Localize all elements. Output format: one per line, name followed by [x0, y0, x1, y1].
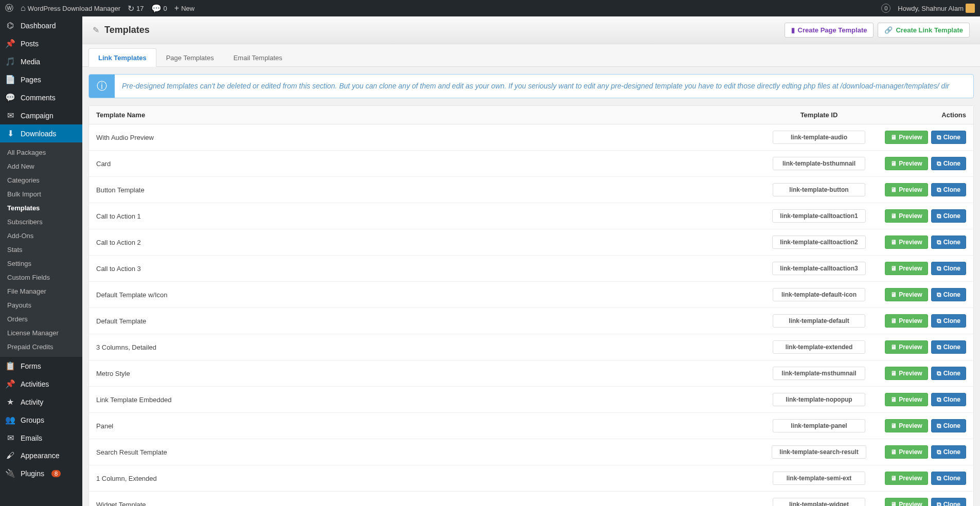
sidebar-sub-categories[interactable]: Categories	[0, 173, 82, 187]
template-id[interactable]: link-template-extended	[773, 340, 865, 354]
clone-button[interactable]: ⧉Clone	[931, 157, 966, 170]
sidebar-sub-add-ons[interactable]: Add-Ons	[0, 229, 82, 243]
sidebar-sub-stats[interactable]: Stats	[0, 243, 82, 257]
preview-button[interactable]: 🖥Preview	[885, 314, 928, 328]
clone-button[interactable]: ⧉Clone	[931, 419, 966, 432]
tab-link-templates[interactable]: Link Templates	[88, 48, 156, 67]
template-id[interactable]: link-template-semi-ext	[773, 472, 865, 485]
table-row: Call to Action 1link-template-calltoacti…	[89, 203, 973, 229]
sidebar-sub-payouts[interactable]: Payouts	[0, 298, 82, 312]
preview-button[interactable]: 🖥Preview	[885, 340, 928, 354]
template-id[interactable]: link-template-calltoaction2	[772, 236, 865, 249]
template-id[interactable]: link-template-widget	[773, 498, 865, 506]
preview-label: Preview	[899, 344, 922, 351]
template-id[interactable]: link-template-msthumnail	[773, 367, 865, 380]
preview-button[interactable]: 🖥Preview	[885, 445, 928, 459]
template-id[interactable]: link-template-panel	[773, 419, 865, 432]
template-id[interactable]: link-template-bsthumnail	[773, 157, 865, 170]
sidebar-item-plugins[interactable]: 🔌Plugins8	[0, 464, 82, 482]
sidebar-sub-bulk-import[interactable]: Bulk Import	[0, 187, 82, 201]
copy-icon: ⧉	[937, 291, 941, 298]
tab-email-templates[interactable]: Email Templates	[224, 48, 292, 67]
preview-button[interactable]: 🖥Preview	[885, 131, 928, 144]
preview-button[interactable]: 🖥Preview	[885, 393, 928, 406]
sidebar-icon: 📌	[5, 39, 15, 48]
sidebar-sub-subscribers[interactable]: Subscribers	[0, 215, 82, 229]
sidebar-item-pages[interactable]: 📄Pages	[0, 70, 82, 88]
template-id[interactable]: link-template-default	[773, 314, 865, 328]
sidebar-item-media[interactable]: 🎵Media	[0, 52, 82, 70]
clone-label: Clone	[943, 396, 960, 403]
template-id[interactable]: link-template-calltoaction1	[772, 209, 865, 223]
clone-button[interactable]: ⧉Clone	[931, 498, 966, 506]
preview-button[interactable]: 🖥Preview	[885, 419, 928, 432]
clone-button[interactable]: ⧉Clone	[931, 236, 966, 249]
preview-button[interactable]: 🖥Preview	[885, 498, 928, 506]
sidebar-sub-settings[interactable]: Settings	[0, 257, 82, 270]
sidebar-sub-templates[interactable]: Templates	[0, 201, 82, 215]
sidebar-sub-file-manager[interactable]: File Manager	[0, 284, 82, 298]
sidebar-sub-orders[interactable]: Orders	[0, 312, 82, 326]
col-id: Template ID	[747, 106, 891, 124]
updates-link[interactable]: ↻17	[128, 4, 144, 13]
sidebar-sub-license-manager[interactable]: License Manager	[0, 326, 82, 340]
clone-button[interactable]: ⧉Clone	[931, 314, 966, 328]
template-id-cell: link-template-extended	[747, 338, 891, 356]
sidebar-item-comments[interactable]: 💬Comments	[0, 88, 82, 106]
clone-button[interactable]: ⧉Clone	[931, 209, 966, 223]
template-id[interactable]: link-template-nopopup	[773, 393, 865, 406]
preview-button[interactable]: 🖥Preview	[885, 236, 928, 249]
clone-button[interactable]: ⧉Clone	[931, 340, 966, 354]
new-link[interactable]: +New	[174, 4, 194, 13]
clone-button[interactable]: ⧉Clone	[931, 183, 966, 196]
clone-button[interactable]: ⧉Clone	[931, 288, 966, 301]
preview-button[interactable]: 🖥Preview	[885, 183, 928, 196]
comments-link[interactable]: 💬0	[151, 4, 167, 13]
clone-button[interactable]: ⧉Clone	[931, 131, 966, 144]
clone-button[interactable]: ⧉Clone	[931, 445, 966, 459]
sidebar-item-activities[interactable]: 📌Activities	[0, 375, 82, 393]
template-id[interactable]: link-template-audio	[773, 131, 865, 144]
clone-label: Clone	[943, 239, 960, 246]
sidebar-sub-custom-fields[interactable]: Custom Fields	[0, 270, 82, 284]
template-id-cell: link-template-search-result	[747, 443, 891, 461]
sidebar-sub-all-packages[interactable]: All Packages	[0, 146, 82, 159]
preview-button[interactable]: 🖥Preview	[885, 367, 928, 380]
notif-badge[interactable]: 0	[881, 4, 890, 13]
preview-button[interactable]: 🖥Preview	[885, 288, 928, 301]
template-id[interactable]: link-template-default-icon	[773, 288, 865, 301]
clone-button[interactable]: ⧉Clone	[931, 367, 966, 380]
create-link-template-button[interactable]: 🔗Create Link Template	[878, 23, 970, 38]
sidebar-item-appearance[interactable]: 🖌Appearance	[0, 447, 82, 464]
monitor-icon: 🖥	[890, 134, 897, 141]
sidebar-item-label: Dashboard	[21, 22, 56, 30]
sidebar-sub-add-new[interactable]: Add New	[0, 159, 82, 173]
clone-button[interactable]: ⧉Clone	[931, 262, 966, 275]
sidebar-item-downloads[interactable]: ⬇Downloads	[0, 124, 82, 142]
sidebar-item-dashboard[interactable]: ⌬Dashboard	[0, 16, 82, 34]
sidebar-item-activity[interactable]: ★Activity	[0, 393, 82, 411]
clone-button[interactable]: ⧉Clone	[931, 472, 966, 485]
site-home-link[interactable]: ⌂WordPress Download Manager	[21, 4, 120, 13]
template-name: Search Result Template	[89, 446, 747, 458]
create-page-template-button[interactable]: ▮Create Page Template	[785, 23, 874, 38]
sidebar-item-forms[interactable]: 📋Forms	[0, 357, 82, 375]
preview-label: Preview	[899, 475, 922, 482]
info-box: ⓘ Pre-designed templates can't be delete…	[88, 74, 974, 98]
sidebar-item-campaign[interactable]: ✉Campaign	[0, 106, 82, 124]
sidebar-item-groups[interactable]: 👥Groups	[0, 411, 82, 429]
wp-logo-icon[interactable]: ⓦ	[5, 3, 13, 14]
preview-button[interactable]: 🖥Preview	[885, 262, 928, 275]
clone-button[interactable]: ⧉Clone	[931, 393, 966, 406]
sidebar-sub-prepaid-credits[interactable]: Prepaid Credits	[0, 340, 82, 354]
template-id[interactable]: link-template-calltoaction3	[772, 262, 865, 275]
template-id[interactable]: link-template-button	[773, 183, 865, 196]
user-menu[interactable]: Howdy, Shahnur Alam	[898, 4, 975, 13]
sidebar-item-posts[interactable]: 📌Posts	[0, 34, 82, 52]
preview-button[interactable]: 🖥Preview	[885, 472, 928, 485]
preview-button[interactable]: 🖥Preview	[885, 157, 928, 170]
preview-button[interactable]: 🖥Preview	[885, 209, 928, 223]
template-id[interactable]: link-template-search-result	[772, 445, 866, 459]
tab-page-templates[interactable]: Page Templates	[156, 48, 224, 67]
sidebar-item-emails[interactable]: ✉Emails	[0, 429, 82, 447]
